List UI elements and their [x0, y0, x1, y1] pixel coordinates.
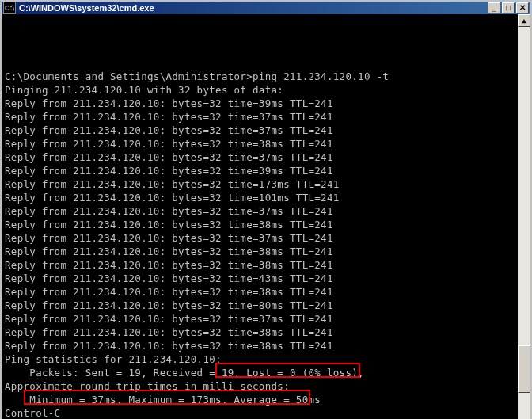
window-title: C:\WINDOWS\system32\cmd.exe — [19, 3, 488, 13]
close-button[interactable]: ✕ — [516, 2, 529, 13]
prompt-line: C:\Documents and Settings\Administrator>… — [5, 70, 515, 83]
stats-header: Ping statistics for 211.234.120.10: — [5, 352, 515, 366]
reply-line: Reply from 211.234.120.10: bytes=32 time… — [5, 204, 515, 218]
reply-line: Reply from 211.234.120.10: bytes=32 time… — [5, 312, 515, 326]
reply-line: Reply from 211.234.120.10: bytes=32 time… — [5, 272, 515, 285]
cmd-window: C:\ C:\WINDOWS\system32\cmd.exe _ □ ✕ C:… — [0, 0, 532, 419]
packets-line: Packets: Sent = 19, Received = 19, Lost … — [5, 366, 515, 379]
reply-line: Reply from 211.234.120.10: bytes=32 time… — [5, 326, 515, 339]
reply-line: Reply from 211.234.120.10: bytes=32 time… — [5, 150, 515, 164]
reply-line: Reply from 211.234.120.10: bytes=32 time… — [5, 164, 515, 177]
reply-line: Reply from 211.234.120.10: bytes=32 time… — [5, 299, 515, 312]
scroll-thumb[interactable] — [518, 345, 530, 393]
control-c-line: Control-C — [5, 406, 515, 419]
reply-line: Reply from 211.234.120.10: bytes=32 time… — [5, 97, 515, 110]
scroll-track[interactable] — [518, 27, 530, 419]
reply-line: Reply from 211.234.120.10: bytes=32 time… — [5, 137, 515, 150]
cmd-icon: C:\ — [3, 2, 16, 14]
reply-line: Reply from 211.234.120.10: bytes=32 time… — [5, 339, 515, 352]
reply-line: Reply from 211.234.120.10: bytes=32 time… — [5, 177, 515, 191]
reply-line: Reply from 211.234.120.10: bytes=32 time… — [5, 231, 515, 245]
reply-line: Reply from 211.234.120.10: bytes=32 time… — [5, 191, 515, 204]
maximize-button[interactable]: □ — [502, 2, 515, 13]
scrollbar[interactable]: ▲ ▼ — [518, 14, 530, 419]
timing-line: Minimum = 37ms, Maximum = 173ms, Average… — [5, 393, 515, 406]
terminal-output[interactable]: C:\Documents and Settings\Administrator>… — [2, 14, 518, 419]
ping-header: Pinging 211.234.120.10 with 32 bytes of … — [5, 83, 515, 97]
approx-line: Approximate round trip times in milli-se… — [5, 379, 515, 393]
reply-line: Reply from 211.234.120.10: bytes=32 time… — [5, 285, 515, 299]
reply-line: Reply from 211.234.120.10: bytes=32 time… — [5, 124, 515, 137]
title-buttons: _ □ ✕ — [488, 2, 529, 13]
content-wrap: C:\Documents and Settings\Administrator>… — [2, 14, 530, 419]
reply-line: Reply from 211.234.120.10: bytes=32 time… — [5, 110, 515, 124]
scroll-up-button[interactable]: ▲ — [518, 14, 530, 27]
minimize-button[interactable]: _ — [488, 2, 500, 13]
reply-line: Reply from 211.234.120.10: bytes=32 time… — [5, 218, 515, 231]
reply-line: Reply from 211.234.120.10: bytes=32 time… — [5, 258, 515, 272]
titlebar[interactable]: C:\ C:\WINDOWS\system32\cmd.exe _ □ ✕ — [2, 2, 530, 14]
reply-line: Reply from 211.234.120.10: bytes=32 time… — [5, 245, 515, 258]
